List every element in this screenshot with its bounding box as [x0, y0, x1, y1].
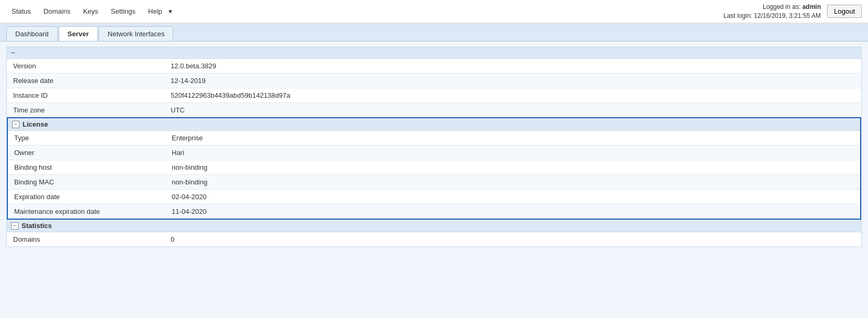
- logout-button[interactable]: Logout: [827, 5, 862, 18]
- server-row: Time zoneUTC: [7, 103, 861, 118]
- outer-toggle[interactable]: −: [11, 49, 15, 57]
- server-row-value: 12.0.beta.3829: [164, 59, 861, 74]
- license-row-value: Enterprise: [165, 131, 860, 146]
- license-title: License: [23, 120, 48, 128]
- username: admin: [802, 3, 821, 11]
- server-row-value: 520f4122963b4439abd59b142138d97a: [164, 88, 861, 103]
- license-row-label: Type: [8, 131, 165, 146]
- server-row-label: Version: [7, 59, 164, 74]
- nav-status[interactable]: Status: [6, 5, 36, 18]
- nav-right: Logged in as: admin Last login: 12/16/20…: [724, 3, 862, 20]
- statistics-row-label: Domains: [7, 232, 164, 246]
- license-row-label: Binding MAC: [8, 175, 165, 190]
- logged-in-label: Logged in as:: [762, 3, 800, 11]
- statistics-table: Domains0: [7, 232, 861, 246]
- nav-settings[interactable]: Settings: [106, 5, 141, 18]
- license-row-label: Binding host: [8, 160, 165, 175]
- user-info: Logged in as: admin Last login: 12/16/20…: [724, 3, 821, 20]
- server-row: Instance ID520f4122963b4439abd59b142138d…: [7, 88, 861, 103]
- tab-dashboard[interactable]: Dashboard: [6, 26, 58, 41]
- server-info-table: Version12.0.beta.3829Release date12-14-2…: [7, 59, 861, 117]
- license-row-label: Expiration date: [8, 190, 165, 204]
- statistics-title: Statistics: [22, 222, 52, 230]
- scroll-container[interactable]: − Version12.0.beta.3829Release date12-14…: [6, 47, 862, 313]
- license-row-value: non-binding: [165, 175, 860, 190]
- license-row: Maintenance expiration date11-04-2020: [8, 204, 860, 219]
- statistics-section: − Statistics Domains0: [7, 220, 861, 246]
- server-row: Release date12-14-2019: [7, 74, 861, 88]
- outer-toggle-icon: −: [11, 49, 15, 57]
- server-row-label: Instance ID: [7, 88, 164, 103]
- server-row-label: Time zone: [7, 103, 164, 118]
- license-row: Binding hostnon-binding: [8, 160, 860, 175]
- license-row: OwnerHari: [8, 146, 860, 160]
- license-row: TypeEnterprise: [8, 131, 860, 146]
- help-dropdown-icon: ▾: [169, 7, 172, 15]
- license-row-label: Owner: [8, 146, 165, 160]
- navbar: Status Domains Keys Settings Help ▾ Logg…: [0, 0, 868, 23]
- tab-bar: Dashboard Server Network Interfaces: [0, 23, 868, 42]
- nav-domains[interactable]: Domains: [38, 5, 76, 18]
- last-login-label: Last login:: [724, 12, 752, 19]
- license-row-value: 11-04-2020: [165, 204, 860, 219]
- license-row: Expiration date02-04-2020: [8, 190, 860, 204]
- server-outer-frame: − Version12.0.beta.3829Release date12-14…: [6, 47, 862, 247]
- last-login-value: 12/16/2019, 3:21:55 AM: [754, 12, 821, 19]
- server-row-value: 12-14-2019: [164, 74, 861, 88]
- license-toggle[interactable]: −: [12, 121, 19, 128]
- tab-server[interactable]: Server: [59, 26, 98, 41]
- server-row: Version12.0.beta.3829: [7, 59, 861, 74]
- nav-left: Status Domains Keys Settings Help ▾: [6, 5, 172, 18]
- statistics-toggle[interactable]: −: [11, 222, 18, 230]
- license-row-value: non-binding: [165, 160, 860, 175]
- statistics-row-value: 0: [164, 232, 861, 246]
- license-row-value: 02-04-2020: [165, 190, 860, 204]
- outer-header: −: [7, 47, 861, 59]
- server-row-label: Release date: [7, 74, 164, 88]
- nav-help-container[interactable]: Help ▾: [143, 5, 172, 18]
- license-table: TypeEnterpriseOwnerHariBinding hostnon-b…: [8, 131, 860, 219]
- statistics-row: Domains0: [7, 232, 861, 246]
- tab-network-interfaces[interactable]: Network Interfaces: [99, 26, 173, 41]
- server-row-value: UTC: [164, 103, 861, 118]
- nav-keys[interactable]: Keys: [78, 5, 103, 18]
- nav-help[interactable]: Help: [143, 5, 168, 18]
- license-header: − License: [8, 118, 860, 131]
- license-toggle-icon: −: [14, 121, 17, 127]
- main-content: − Version12.0.beta.3829Release date12-14…: [0, 42, 868, 318]
- statistics-toggle-icon: −: [13, 223, 16, 229]
- license-row-value: Hari: [165, 146, 860, 160]
- statistics-header: − Statistics: [7, 220, 861, 232]
- license-section: − License TypeEnterpriseOwnerHariBinding…: [7, 117, 861, 220]
- license-row: Binding MACnon-binding: [8, 175, 860, 190]
- license-row-label: Maintenance expiration date: [8, 204, 165, 219]
